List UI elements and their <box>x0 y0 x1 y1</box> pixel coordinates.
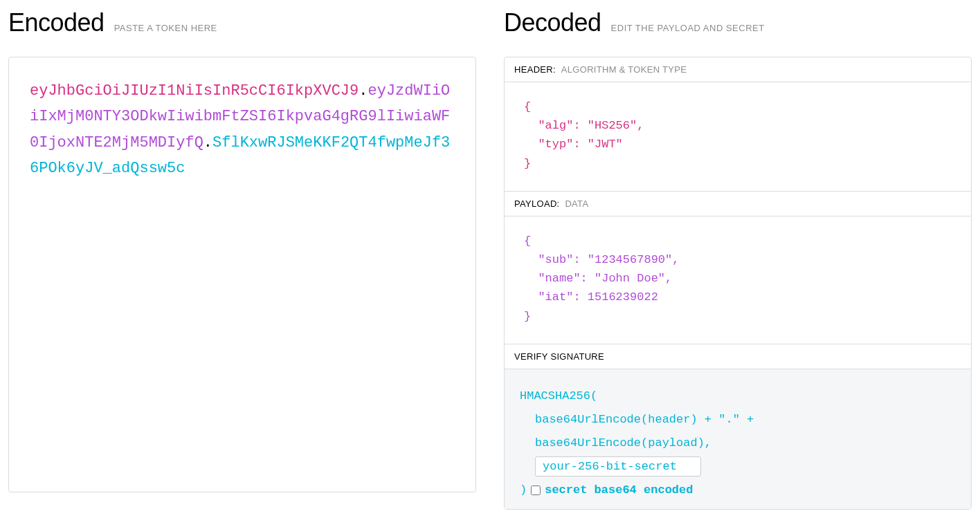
sig-line-2: base64UrlEncode(header) + "." + <box>520 408 956 432</box>
dot-separator: . <box>359 82 368 100</box>
secret-base64-checkbox[interactable] <box>531 485 541 495</box>
payload-section-header: PAYLOAD: DATA <box>505 191 971 216</box>
header-section-label: HEADER: <box>514 64 556 75</box>
payload-json[interactable]: { "sub": "1234567890", "name": "John Doe… <box>524 232 952 326</box>
decoded-column: Decoded EDIT THE PAYLOAD AND SECRET HEAD… <box>504 8 972 510</box>
encoded-token-panel[interactable]: eyJhbGciOiJIUzI1NiIsInR5cCI6IkpXVCJ9.eyJ… <box>8 57 476 492</box>
decoded-title: Decoded <box>504 8 601 37</box>
jwt-token-text[interactable]: eyJhbGciOiJIUzI1NiIsInR5cCI6IkpXVCJ9.eyJ… <box>30 78 455 182</box>
sig-close-paren: ) <box>520 479 527 502</box>
decoded-subtitle: EDIT THE PAYLOAD AND SECRET <box>611 23 765 33</box>
secret-input[interactable] <box>535 456 701 477</box>
encoded-subtitle: PASTE A TOKEN HERE <box>114 23 217 33</box>
secret-base64-label[interactable]: secret base64 encoded <box>545 479 693 502</box>
jwt-header-segment: eyJhbGciOiJIUzI1NiIsInR5cCI6IkpXVCJ9 <box>30 82 359 100</box>
decoded-panel: HEADER: ALGORITHM & TOKEN TYPE { "alg": … <box>504 57 972 510</box>
encoded-title: Encoded <box>8 8 105 37</box>
signature-section-label: VERIFY SIGNATURE <box>514 351 604 362</box>
header-section-desc: ALGORITHM & TOKEN TYPE <box>561 64 687 75</box>
payload-section-body[interactable]: { "sub": "1234567890", "name": "John Doe… <box>505 216 971 344</box>
payload-section-desc: DATA <box>565 198 588 209</box>
sig-line-1: HMACSHA256( <box>520 385 956 408</box>
header-json[interactable]: { "alg": "HS256", "typ": "JWT" } <box>524 98 952 173</box>
payload-section-label: PAYLOAD: <box>514 198 560 209</box>
encoded-column: Encoded PASTE A TOKEN HERE eyJhbGciOiJIU… <box>8 8 476 510</box>
dot-separator: . <box>203 134 212 151</box>
header-section-body[interactable]: { "alg": "HS256", "typ": "JWT" } <box>505 82 971 191</box>
signature-section-header: VERIFY SIGNATURE <box>505 344 971 369</box>
sig-line-3: base64UrlEncode(payload), <box>520 432 956 455</box>
header-section-header: HEADER: ALGORITHM & TOKEN TYPE <box>505 57 971 82</box>
signature-section-body: HMACSHA256( base64UrlEncode(header) + ".… <box>505 369 971 509</box>
